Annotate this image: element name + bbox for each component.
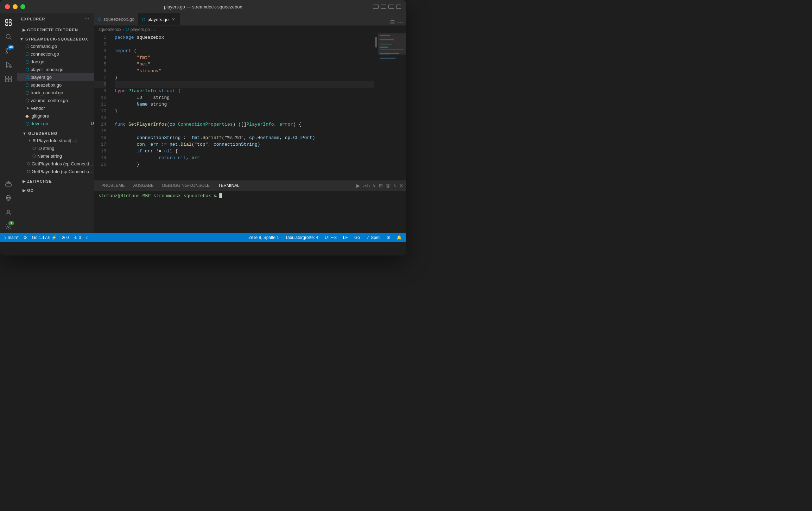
more-actions-icon[interactable]: ⋯ bbox=[398, 19, 403, 25]
modified-badge: U bbox=[91, 121, 94, 126]
terminal-trash-icon[interactable]: 🗑 bbox=[386, 183, 390, 188]
outline-getplayerinfo[interactable]: ⬡ GetPlayerInfo (cp ConnectionProperties… bbox=[17, 168, 94, 175]
status-line-ending[interactable]: LF bbox=[342, 233, 349, 242]
status-tab-size[interactable]: Tabulatorgröße: 4 bbox=[284, 233, 320, 242]
activity-icon-docker[interactable] bbox=[2, 178, 15, 191]
status-branch[interactable]: ⑂ main* bbox=[3, 233, 20, 242]
tab-close-button[interactable]: ✕ bbox=[171, 17, 176, 22]
svg-point-4 bbox=[6, 34, 10, 38]
code-line-3: import ( bbox=[115, 48, 374, 54]
position-label: Zeile 8, Spalte 1 bbox=[248, 235, 279, 240]
panel-tab-terminal[interactable]: TERMINAL bbox=[214, 181, 244, 191]
code-content[interactable]: package squeezebox import ( "fmt" "net" … bbox=[109, 33, 374, 180]
file-command[interactable]: ⬡ command.go bbox=[17, 42, 94, 50]
status-sync[interactable]: ⟳ bbox=[22, 233, 28, 242]
status-position[interactable]: Zeile 8, Spalte 1 bbox=[247, 233, 280, 242]
go-header[interactable]: ▶ GO bbox=[17, 186, 94, 194]
outline-arrow: ▼ bbox=[23, 131, 27, 135]
panel-tab-debug[interactable]: DEBUGGING-KONSOLE bbox=[158, 181, 214, 191]
activity-icon-account[interactable] bbox=[2, 206, 15, 219]
file-squeezebox[interactable]: ⬡ squeezebox.go bbox=[17, 81, 94, 89]
outline-getplayerinfos[interactable]: ⬡ GetPlayerInfos (cp ConnectionPropertie… bbox=[17, 160, 94, 168]
status-encoding[interactable]: UTF-8 bbox=[323, 233, 338, 242]
folder-vendor[interactable]: ▶ vendor bbox=[17, 104, 94, 112]
activity-icon-alien[interactable] bbox=[2, 192, 15, 205]
tab-bar: ⬡ squeezebox.go ⬡ players.go ✕ ⊟ ⋯ bbox=[94, 13, 406, 26]
panel-tab-problems[interactable]: PROBLEME bbox=[97, 181, 129, 191]
file-driver[interactable]: ⬡ driver.go U bbox=[17, 120, 94, 127]
editor-area: ⬡ squeezebox.go ⬡ players.go ✕ ⊟ ⋯ squee… bbox=[94, 13, 406, 233]
outline-playerinfo[interactable]: ▼ ⊞ PlayerInfo struct{...} bbox=[17, 137, 94, 144]
status-warnings[interactable]: ⚠ 0 bbox=[72, 233, 82, 242]
panel-tab-output[interactable]: AUSGABE bbox=[129, 181, 158, 191]
line-ending-label: LF bbox=[343, 235, 348, 240]
maximize-button[interactable] bbox=[20, 4, 25, 9]
timeline-section: ▶ ZEITACHSE bbox=[17, 176, 94, 185]
activity-icon-extensions[interactable] bbox=[2, 72, 15, 85]
file-volume-control[interactable]: ⬡ volume_control.go bbox=[17, 96, 94, 104]
go-file-icon: ⬡ bbox=[25, 121, 29, 126]
code-line-17: con, err := net.Dial("tcp", connectionSt… bbox=[115, 141, 374, 148]
activity-icon-search[interactable] bbox=[2, 30, 15, 43]
go-version-label: Go 1.17.6 bbox=[32, 235, 51, 240]
outline-name-field[interactable]: ⬡ Name string bbox=[17, 152, 94, 160]
activity-icon-explorer[interactable] bbox=[2, 16, 15, 29]
window-controls[interactable] bbox=[373, 5, 401, 9]
terminal-content[interactable]: stefanz@Stefans-MBP streamdeck-squeezebo… bbox=[94, 191, 406, 233]
code-line-19: return nil, err bbox=[115, 154, 374, 161]
struct-icon: ⊞ bbox=[32, 138, 36, 143]
svg-rect-39 bbox=[380, 55, 390, 55]
breadcrumb-part-3[interactable]: ... bbox=[154, 27, 158, 32]
code-line-18: if err != nil { bbox=[115, 148, 374, 154]
activity-icon-run[interactable] bbox=[2, 58, 15, 71]
status-errors[interactable]: ⊗ 0 bbox=[60, 233, 70, 242]
open-editors-header[interactable]: ▶ GEÖFFNETE EDITOREN bbox=[17, 25, 94, 33]
breadcrumb-part-2[interactable]: players.go bbox=[131, 27, 150, 32]
activity-icon-settings[interactable]: 1 bbox=[2, 220, 15, 233]
new-file-icon[interactable]: ⋯ bbox=[84, 16, 90, 22]
file-players[interactable]: ⬡ players.go bbox=[17, 73, 94, 81]
project-section: ▼ STREAMDECK-SQUEEZEBOX ⬡ command.go ⬡ c… bbox=[17, 34, 94, 128]
go-section: ▶ GO bbox=[17, 185, 94, 194]
git-icon: ◆ bbox=[25, 113, 29, 119]
file-connection[interactable]: ⬡ connection.go bbox=[17, 50, 94, 58]
terminal-expand-icon[interactable]: ∧ bbox=[393, 183, 397, 188]
file-track-control[interactable]: ⬡ track_control.go bbox=[17, 89, 94, 96]
close-button[interactable] bbox=[5, 4, 10, 9]
field-icon: ⬡ bbox=[32, 154, 36, 158]
vertical-scrollbar[interactable] bbox=[374, 33, 378, 180]
breadcrumb-part-1[interactable]: squeezebox bbox=[99, 27, 121, 32]
traffic-lights[interactable] bbox=[5, 4, 25, 9]
status-feedback[interactable]: ✉ bbox=[385, 233, 392, 242]
status-language[interactable]: Go bbox=[353, 233, 361, 242]
svg-marker-11 bbox=[6, 62, 11, 68]
outline-id-field[interactable]: ⬡ ID string bbox=[17, 144, 94, 152]
outline-section: ▼ GLIEDERUNG ▼ ⊞ PlayerInfo struct{...} … bbox=[17, 128, 94, 176]
status-bell[interactable]: 🔔 bbox=[395, 233, 403, 242]
project-header[interactable]: ▼ STREAMDECK-SQUEEZEBOX bbox=[17, 34, 94, 42]
layout-icon-2[interactable] bbox=[381, 5, 386, 9]
status-go-version[interactable]: Go 1.17.6 ⚡ bbox=[31, 233, 58, 242]
tab-squeezebox[interactable]: ⬡ squeezebox.go bbox=[94, 13, 138, 25]
timeline-header[interactable]: ▶ ZEITACHSE bbox=[17, 177, 94, 184]
go-label: GO bbox=[27, 188, 34, 193]
file-player-mode[interactable]: ⬡ player_mode.go bbox=[17, 65, 94, 73]
layout-icon-4[interactable] bbox=[396, 5, 401, 9]
terminal-add-icon[interactable]: ∨ bbox=[373, 183, 376, 188]
terminal-close-icon[interactable]: ✕ bbox=[399, 183, 403, 188]
activity-icon-source-control[interactable]: 48 bbox=[2, 44, 15, 57]
status-home[interactable]: ⌂ bbox=[84, 233, 90, 242]
outline-header[interactable]: ▼ GLIEDERUNG bbox=[17, 129, 94, 137]
file-doc[interactable]: ⬡ doc.go bbox=[17, 58, 94, 65]
file-gitignore[interactable]: ◆ .gitignore bbox=[17, 112, 94, 120]
split-editor-icon[interactable]: ⊟ bbox=[390, 19, 395, 25]
terminal-split-icon[interactable]: ⊟ bbox=[379, 183, 383, 188]
tab-players[interactable]: ⬡ players.go ✕ bbox=[138, 13, 180, 25]
minimize-button[interactable] bbox=[13, 4, 18, 9]
layout-icon-1[interactable] bbox=[373, 5, 379, 9]
editor-content[interactable]: 1234 5678 9101112 13141516 17181920 pack… bbox=[94, 33, 374, 180]
status-spell[interactable]: ✓ Spell bbox=[365, 233, 382, 242]
func-icon: ⬡ bbox=[27, 162, 30, 166]
layout-icon-3[interactable] bbox=[388, 5, 394, 9]
minimap bbox=[378, 33, 406, 180]
